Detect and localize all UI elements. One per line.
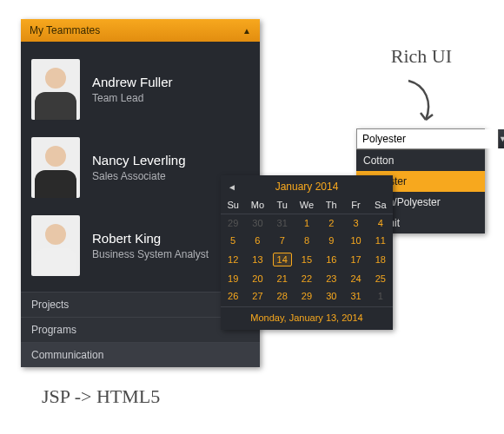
calendar-day[interactable]: 17 bbox=[343, 249, 368, 270]
calendar-day[interactable]: 24 bbox=[343, 270, 368, 287]
accordion-item-communication[interactable]: Communication bbox=[21, 342, 260, 367]
calendar-dow: Tu bbox=[270, 196, 295, 214]
avatar bbox=[31, 59, 80, 120]
combobox-input[interactable] bbox=[357, 129, 498, 148]
teammate-name: Andrew Fuller bbox=[92, 75, 173, 89]
calendar-day[interactable]: 30 bbox=[245, 214, 269, 233]
calendar-day[interactable]: 3 bbox=[343, 214, 368, 233]
calendar-day[interactable]: 6 bbox=[245, 232, 269, 249]
accordion-title: My Teammates bbox=[30, 24, 100, 36]
calendar-day[interactable]: 9 bbox=[319, 232, 343, 249]
teammate-row[interactable]: Nancy LeverlingSales Associate bbox=[31, 128, 249, 207]
annotation-jsp-html5: JSP -> HTML5 bbox=[42, 385, 160, 408]
calendar-day[interactable]: 31 bbox=[343, 287, 368, 305]
calendar-day[interactable]: 16 bbox=[319, 249, 343, 270]
calendar-day[interactable]: 8 bbox=[295, 232, 319, 249]
combobox-input-row: ▼ bbox=[356, 128, 485, 149]
calendar-day[interactable]: 14 bbox=[270, 249, 295, 270]
teammate-role: Business System Analyst bbox=[92, 248, 209, 260]
calendar-day[interactable]: 18 bbox=[368, 249, 393, 270]
calendar-dow: Sa bbox=[368, 196, 393, 214]
teammate-name: Robert King bbox=[92, 231, 209, 246]
calendar-day[interactable]: 29 bbox=[221, 214, 245, 233]
calendar-day[interactable]: 4 bbox=[368, 214, 393, 233]
calendar-day[interactable]: 1 bbox=[295, 214, 319, 233]
calendar-day[interactable]: 27 bbox=[245, 287, 269, 305]
calendar-day[interactable]: 31 bbox=[270, 214, 295, 233]
calendar-day[interactable]: 11 bbox=[368, 232, 393, 249]
calendar-day[interactable]: 30 bbox=[319, 287, 343, 305]
calendar-title[interactable]: January 2014 bbox=[275, 181, 339, 193]
calendar-widget: ◄ January 2014 ► SuMoTuWeThFrSa 29303112… bbox=[221, 175, 393, 330]
calendar-day[interactable]: 20 bbox=[245, 270, 269, 287]
avatar bbox=[31, 137, 80, 198]
accordion-header-teammates[interactable]: My Teammates ▲ bbox=[21, 19, 260, 42]
arrow-icon bbox=[391, 76, 443, 128]
teammate-info: Andrew FullerTeam Lead bbox=[92, 75, 173, 104]
teammate-role: Sales Associate bbox=[92, 170, 186, 182]
calendar-day[interactable]: 1 bbox=[368, 287, 393, 305]
combobox-dropdown-button[interactable]: ▼ bbox=[498, 129, 504, 148]
calendar-day[interactable]: 13 bbox=[245, 249, 269, 270]
calendar-day[interactable]: 28 bbox=[270, 287, 295, 305]
calendar-day[interactable]: 19 bbox=[221, 270, 245, 287]
calendar-dow: Su bbox=[221, 196, 245, 214]
avatar bbox=[31, 215, 80, 276]
collapse-icon: ▲ bbox=[242, 26, 251, 36]
calendar-day[interactable]: 25 bbox=[368, 270, 393, 287]
chevron-down-icon: ▼ bbox=[499, 135, 504, 143]
calendar-dow: We bbox=[295, 196, 319, 214]
calendar-day[interactable]: 5 bbox=[221, 232, 245, 249]
calendar-dow: Mo bbox=[245, 196, 269, 214]
calendar-day[interactable]: 2 bbox=[319, 214, 343, 233]
calendar-day[interactable]: 29 bbox=[295, 287, 319, 305]
calendar-dow: Th bbox=[319, 196, 343, 214]
teammate-info: Nancy LeverlingSales Associate bbox=[92, 153, 186, 182]
teammate-role: Team Lead bbox=[92, 92, 173, 104]
calendar-day[interactable]: 23 bbox=[319, 270, 343, 287]
teammate-row[interactable]: Robert KingBusiness System Analyst bbox=[31, 207, 249, 285]
calendar-day[interactable]: 10 bbox=[343, 232, 368, 249]
calendar-day[interactable]: 26 bbox=[221, 287, 245, 305]
calendar-grid: SuMoTuWeThFrSa 2930311234567891011121314… bbox=[221, 196, 393, 305]
teammate-row[interactable]: Andrew FullerTeam Lead bbox=[31, 50, 249, 128]
calendar-dow: Fr bbox=[343, 196, 368, 214]
calendar-day[interactable]: 7 bbox=[270, 232, 295, 249]
teammate-info: Robert KingBusiness System Analyst bbox=[92, 231, 209, 260]
annotation-rich-ui: Rich UI bbox=[391, 45, 452, 68]
combobox-option[interactable]: Cotton bbox=[356, 150, 485, 171]
calendar-footer[interactable]: Monday, January 13, 2014 bbox=[221, 306, 393, 325]
teammate-name: Nancy Leverling bbox=[92, 153, 186, 168]
calendar-day[interactable]: 12 bbox=[221, 249, 245, 270]
calendar-day[interactable]: 21 bbox=[270, 270, 295, 287]
calendar-day[interactable]: 15 bbox=[295, 249, 319, 270]
calendar-prev-button[interactable]: ◄ bbox=[228, 182, 236, 192]
calendar-day[interactable]: 22 bbox=[295, 270, 319, 287]
